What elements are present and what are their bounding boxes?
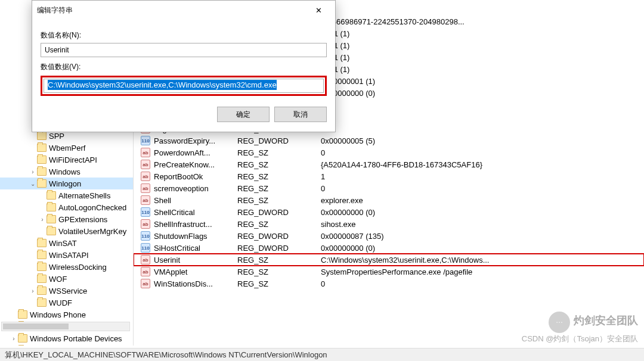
tree-item-wifidirectapi[interactable]: ›WiFiDirectAPI bbox=[0, 154, 133, 166]
tree-item-label: WirelessDocking bbox=[49, 263, 107, 272]
tree-item-wbemperf[interactable]: ›WbemPerf bbox=[0, 142, 133, 154]
value-data-cell: 0 bbox=[321, 184, 644, 193]
close-button[interactable]: ✕ bbox=[306, 2, 330, 18]
string-value-icon: ab bbox=[141, 172, 150, 181]
value-name-cell: SiHostCritical bbox=[154, 244, 237, 253]
value-data-cell: 0x00000087 (135) bbox=[321, 232, 644, 241]
value-row[interactable]: abscremoveoptionREG_SZ0 bbox=[134, 182, 644, 194]
value-name-cell: ShellCritical bbox=[154, 208, 237, 217]
folder-icon bbox=[37, 239, 47, 247]
value-row[interactable]: abShellREG_SZexplorer.exe bbox=[134, 194, 644, 206]
chevron-right-icon[interactable]: › bbox=[10, 335, 18, 342]
value-type-cell: REG_DWORD bbox=[237, 136, 321, 145]
chevron-right-icon[interactable]: › bbox=[38, 216, 47, 223]
value-row[interactable]: abVMAppletREG_SZSystemPropertiesPerforma… bbox=[134, 266, 644, 278]
tree-item-wirelessdocking[interactable]: ›WirelessDocking bbox=[0, 261, 133, 273]
string-value-icon: ab bbox=[141, 195, 150, 205]
folder-icon bbox=[37, 179, 47, 188]
folder-icon bbox=[18, 334, 27, 343]
value-row[interactable]: abPreCreateKnow...REG_SZ{A520A1A4-1780-4… bbox=[134, 158, 644, 170]
value-row[interactable]: abUserinitREG_SZC:\Windows\system32\user… bbox=[134, 254, 644, 266]
value-row[interactable]: abReportBootOkREG_SZ1 bbox=[134, 170, 644, 182]
value-row[interactable]: 110PasswordExpiry...REG_DWORD0x00000005 … bbox=[134, 135, 644, 147]
ok-button[interactable]: 确定 bbox=[217, 107, 270, 122]
string-value-icon: ab bbox=[141, 279, 150, 288]
value-data-cell: 0x00000001 (1) bbox=[321, 77, 644, 86]
chevron-right-icon[interactable]: › bbox=[29, 288, 37, 294]
value-data-cell: C:\Windows\system32\userinit.exe,C:\Wind… bbox=[321, 256, 644, 264]
dword-value-icon: 110 bbox=[141, 136, 150, 145]
tree-hscrollbar[interactable] bbox=[1, 322, 130, 331]
tree-item-autologonchecked[interactable]: ›AutoLogonChecked bbox=[0, 201, 133, 213]
value-row[interactable]: 110ShellCriticalREG_DWORD0x00000000 (0) bbox=[134, 206, 644, 218]
chevron-down-icon[interactable]: ⌄ bbox=[29, 181, 37, 187]
value-name-label: 数值名称(N): bbox=[41, 30, 327, 41]
tree-item-winlogon[interactable]: ⌄Winlogon bbox=[0, 178, 133, 189]
value-data-cell: 0001 (1) bbox=[321, 65, 644, 74]
tree-item-winsat[interactable]: ›WinSAT bbox=[0, 237, 133, 249]
tree-item-windows-portable-devices[interactable]: ›Windows Portable Devices bbox=[0, 332, 133, 344]
folder-icon bbox=[37, 263, 47, 271]
tree-item-alternateshells[interactable]: ›AlternateShells bbox=[0, 189, 133, 201]
tree-item-label: Winlogon bbox=[49, 179, 81, 188]
dialog-titlebar[interactable]: 编辑字符串 ✕ bbox=[32, 1, 335, 20]
tree-item-label: WinSATAPI bbox=[49, 251, 89, 260]
selected-text: C:\Windows\system32\userinit.exe,C:\Wind… bbox=[48, 80, 277, 90]
tree-item-label: WiFiDirectAPI bbox=[49, 155, 97, 164]
value-type-cell: REG_SZ bbox=[237, 220, 321, 229]
value-data-cell: 0x00000000 (0) bbox=[321, 208, 644, 217]
tree-item-volatileusermgrkey[interactable]: ›VolatileUserMgrKey bbox=[0, 225, 133, 237]
folder-icon bbox=[37, 155, 47, 164]
value-name-cell: ReportBootOk bbox=[154, 172, 237, 181]
status-path: 算机\HKEY_LOCAL_MACHINE\SOFTWARE\Microsoft… bbox=[5, 350, 327, 359]
value-row[interactable]: 110SiHostCriticalREG_DWORD0x00000000 (0) bbox=[134, 242, 644, 254]
value-row[interactable]: 110ShutdownFlagsREG_DWORD0x00000087 (135… bbox=[134, 230, 644, 242]
value-type-cell: REG_DWORD bbox=[237, 208, 321, 217]
chevron-right-icon[interactable]: › bbox=[29, 169, 37, 175]
value-data-cell: 1 bbox=[321, 172, 644, 181]
status-bar: 算机\HKEY_LOCAL_MACHINE\SOFTWARE\Microsoft… bbox=[0, 348, 644, 361]
cancel-button[interactable]: 取消 bbox=[274, 107, 327, 122]
value-data-cell: {A520A1A4-1780-4FF6-BD18-167343C5AF16} bbox=[321, 160, 644, 169]
value-data-cell: 0001 (1) bbox=[321, 41, 644, 50]
tree-item-wof[interactable]: ›WOF bbox=[0, 273, 133, 285]
value-data-input[interactable]: C:\Windows\system32\userinit.exe,C:\Wind… bbox=[44, 79, 324, 93]
string-value-icon: ab bbox=[141, 219, 150, 229]
dword-value-icon: 110 bbox=[141, 243, 150, 253]
scrollbar-thumb[interactable] bbox=[3, 323, 69, 329]
value-row[interactable]: abPowerdownAft...REG_SZ0 bbox=[134, 147, 644, 158]
value-type-cell: REG_SZ bbox=[237, 184, 321, 193]
tree-item-windows[interactable]: ›Windows bbox=[0, 166, 133, 178]
string-value-icon: ab bbox=[141, 148, 150, 157]
dword-value-icon: 110 bbox=[141, 207, 150, 217]
folder-icon bbox=[18, 310, 27, 319]
folder-icon bbox=[37, 144, 47, 152]
folder-icon bbox=[47, 203, 56, 211]
highlight-frame: C:\Windows\system32\userinit.exe,C:\Wind… bbox=[41, 76, 327, 96]
value-name-cell: WinStationsDis... bbox=[154, 279, 237, 288]
value-row[interactable]: abWinStationsDis...REG_SZ0 bbox=[134, 278, 644, 290]
value-data-cell: 0 bbox=[321, 279, 644, 288]
folder-icon bbox=[37, 132, 47, 140]
value-data-cell: 0 bbox=[321, 5, 644, 14]
tree-item-label: SPP bbox=[49, 132, 64, 141]
value-name-cell: Userinit bbox=[154, 256, 237, 264]
value-row[interactable]: abShellInfrastruct...REG_SZsihost.exe bbox=[134, 218, 644, 230]
value-data-cell: explorer.exe bbox=[321, 196, 644, 205]
tree-item-gpextensions[interactable]: ›GPExtensions bbox=[0, 213, 133, 225]
tree-item-windows-phone[interactable]: ›Windows Phone bbox=[0, 309, 133, 320]
value-name-cell: PowerdownAft... bbox=[154, 148, 237, 157]
tree-item-label: WOF bbox=[49, 275, 67, 284]
value-data-cell: SystemPropertiesPerformance.exe /pagefil… bbox=[321, 267, 644, 276]
value-type-cell: REG_SZ bbox=[237, 256, 321, 264]
tree-item-wsservice[interactable]: ›WSService bbox=[0, 285, 133, 297]
folder-icon bbox=[37, 287, 47, 295]
tree-item-windows-script-host[interactable]: ›Windows Script Host bbox=[0, 344, 133, 346]
value-data-label: 数值数据(V): bbox=[41, 62, 327, 72]
tree-item-wudf[interactable]: ›WUDF bbox=[0, 297, 133, 309]
string-value-icon: ab bbox=[141, 267, 150, 276]
tree-item-winsatapi[interactable]: ›WinSATAPI bbox=[0, 249, 133, 261]
value-name-input[interactable] bbox=[41, 43, 327, 57]
value-type-cell: REG_SZ bbox=[237, 196, 321, 205]
value-data-cell: 0 bbox=[321, 148, 644, 157]
